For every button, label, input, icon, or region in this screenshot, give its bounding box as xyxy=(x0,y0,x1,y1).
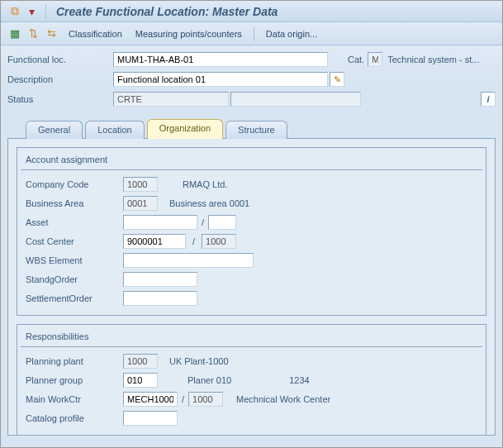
workctr-plant-input xyxy=(188,392,223,407)
header-area: Functional loc. Cat. Technical system - … xyxy=(1,45,502,118)
main-workctr-input[interactable] xyxy=(123,392,178,407)
description-edit-icon[interactable]: ✎ xyxy=(330,72,344,87)
group-resp-title: Responsibilities xyxy=(21,328,482,347)
group-account-title: Account assignment xyxy=(21,151,482,170)
info-icon[interactable]: i xyxy=(481,92,496,107)
description-input[interactable] xyxy=(113,72,328,87)
status-input-2 xyxy=(230,92,361,107)
status-label: Status xyxy=(7,94,113,104)
catalog-profile-input[interactable] xyxy=(123,411,178,426)
catalog-profile-label: Catalog profile xyxy=(26,413,123,423)
planner-group-input[interactable] xyxy=(123,373,158,388)
group-account-assignment: Account assignment Company Code RMAQ Ltd… xyxy=(17,147,486,316)
toolbar-measuring-points[interactable]: Measuring points/counters xyxy=(129,29,249,39)
asset-sub-input[interactable] xyxy=(208,215,236,230)
toolbar-icon-1[interactable]: ▦ xyxy=(7,26,22,41)
settlement-order-label: SettlementOrder xyxy=(26,293,123,303)
group-responsibilities: Responsibilities Planning plant UK Plant… xyxy=(17,324,486,436)
tab-strip: General Location Organization Structure xyxy=(1,119,502,139)
company-code-text: RMAQ Ltd. xyxy=(183,179,227,189)
tab-general[interactable]: General xyxy=(26,121,83,139)
cat-input xyxy=(368,52,382,67)
app-icon-1[interactable]: ⧉ xyxy=(7,5,22,18)
settlement-order-input[interactable] xyxy=(123,291,197,306)
tab-organization[interactable]: Organization xyxy=(147,119,223,139)
workctr-slash: / xyxy=(182,394,184,404)
wbs-input[interactable] xyxy=(123,253,254,268)
toolbar-data-origin[interactable]: Data origin... xyxy=(259,29,324,39)
asset-slash: / xyxy=(202,217,204,227)
page-title: Create Functional Location: Master Data xyxy=(56,5,278,18)
cat-text: Technical system - st... xyxy=(387,55,479,64)
cost-center-input[interactable] xyxy=(123,234,186,249)
cost-center-co-input xyxy=(202,234,236,249)
workctr-text: Mechnical Work Center xyxy=(236,394,330,404)
cat-label: Cat. xyxy=(348,55,364,64)
asset-label: Asset xyxy=(26,217,123,227)
planner-phone-text: 1234 xyxy=(289,375,309,385)
standing-order-label: StandgOrder xyxy=(26,274,123,284)
toolbar-icon-3[interactable]: ⇆ xyxy=(44,26,59,41)
title-bar: ⧉ ▾ Create Functional Location: Master D… xyxy=(1,1,502,22)
funcloc-label: Functional loc. xyxy=(7,55,113,64)
business-area-input xyxy=(123,196,158,211)
standing-order-input[interactable] xyxy=(123,272,197,287)
toolbar-icon-2[interactable]: ⇅ xyxy=(26,26,40,41)
planning-plant-text: UK Plant-1000 xyxy=(169,356,229,366)
planner-group-text: Planer 010 xyxy=(187,375,231,385)
business-area-label: Business Area xyxy=(26,198,123,208)
funcloc-input[interactable] xyxy=(113,52,328,67)
cost-center-slash: / xyxy=(192,236,195,246)
planner-group-label: Planner group xyxy=(26,375,123,385)
app-icon-2[interactable]: ▾ xyxy=(24,5,39,18)
planning-plant-label: Planning plant xyxy=(26,356,123,366)
toolbar: ▦ ⇅ ⇆ Classification Measuring points/co… xyxy=(1,22,502,45)
business-area-text: Business area 0001 xyxy=(169,198,249,208)
tab-content: Account assignment Company Code RMAQ Ltd… xyxy=(7,138,496,436)
wbs-label: WBS Element xyxy=(26,255,123,265)
tab-location[interactable]: Location xyxy=(85,121,145,139)
toolbar-classification[interactable]: Classification xyxy=(62,29,129,39)
asset-input[interactable] xyxy=(123,215,197,230)
status-input xyxy=(113,92,229,107)
cost-center-label: Cost Center xyxy=(26,236,123,246)
description-label: Description xyxy=(7,74,113,84)
planning-plant-input xyxy=(123,354,158,369)
company-code-input xyxy=(123,177,158,192)
company-code-label: Company Code xyxy=(26,179,123,189)
tab-structure[interactable]: Structure xyxy=(225,121,287,139)
main-workctr-label: Main WorkCtr xyxy=(26,394,123,404)
